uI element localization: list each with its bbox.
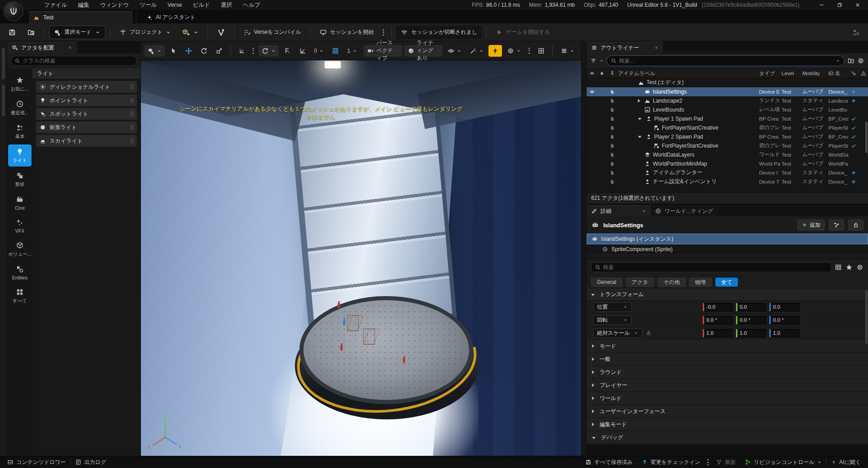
location-dropdown[interactable]: 位置 — [593, 302, 632, 312]
viewport-mode-dropdown[interactable] — [145, 45, 165, 57]
section-edit-mode[interactable]: 編集モード — [587, 418, 868, 431]
column-item-label[interactable]: アイテムラベル — [618, 70, 759, 77]
filter-all[interactable]: 全て — [715, 278, 738, 287]
column-mobility[interactable]: Mobility — [802, 71, 828, 76]
details-search-box[interactable] — [591, 262, 831, 272]
gear-icon[interactable] — [856, 264, 863, 271]
view-mode-dropdown[interactable]: ライティングあり — [404, 45, 443, 57]
section-ui[interactable]: ユーザーインターフェース — [587, 405, 868, 418]
grid-snap-value[interactable]: 1 — [344, 45, 360, 57]
unreal-logo-icon[interactable] — [4, 1, 23, 21]
rail-item-shapes[interactable]: 形状 — [8, 168, 32, 190]
filter-icon[interactable] — [590, 58, 597, 64]
outliner-column-header[interactable]: アイテムラベル タイプ Level Mobility ID 名 — [587, 68, 868, 78]
rail-item-recent[interactable]: 最近使... — [8, 97, 32, 119]
component-row-instance[interactable]: IslandSettings (インスタンス) — [587, 234, 868, 244]
lock-button[interactable] — [848, 220, 863, 230]
add-icon[interactable] — [851, 89, 856, 94]
menu-tools[interactable]: ツール — [134, 0, 162, 10]
table-row[interactable]: Player 2 Spawn Pad BP CreaTestムーバブBP_Cre… — [587, 132, 868, 141]
details-search-input[interactable] — [603, 264, 827, 270]
project-dropdown[interactable]: プロジェクト — [115, 26, 176, 39]
sync-status-icon[interactable] — [850, 70, 857, 76]
list-item-spot-light[interactable]: スポットライト — [36, 108, 137, 120]
minimize-button[interactable] — [814, 0, 829, 9]
viewport-scene[interactable]: シーンにスカイマテリアルがある少なくとも１つのメッシュがありますが、メイン ビュ… — [141, 60, 581, 456]
tab-level-test[interactable]: Test — [29, 11, 133, 23]
realtime-toggle[interactable] — [488, 45, 502, 57]
favorites-star-icon[interactable] — [845, 264, 853, 271]
menu-verse[interactable]: Verse — [162, 0, 187, 10]
grid-snap-toggle[interactable] — [329, 45, 342, 57]
table-row-selected[interactable]: IslandSettings Device ETestムーバブDevice_ — [587, 87, 868, 96]
location-y-field[interactable]: 0.0 — [736, 303, 766, 311]
maximize-viewport-button[interactable] — [534, 45, 548, 57]
outliner-search-input[interactable] — [619, 58, 833, 64]
column-type[interactable]: タイプ — [759, 70, 782, 77]
blueprint-edit-button[interactable] — [829, 220, 844, 230]
transform-section-header[interactable]: トランスフォーム — [587, 289, 868, 301]
list-item-directional-light[interactable]: ディレクショナルライト — [36, 81, 137, 93]
start-game-button[interactable]: ゲームを開始する — [491, 26, 554, 39]
menu-build[interactable]: ビルド — [187, 0, 215, 10]
surface-snap-toggle[interactable] — [280, 45, 294, 57]
add-folder-icon[interactable] — [847, 57, 854, 64]
expander-icon[interactable] — [638, 118, 642, 120]
rotation-z-field[interactable]: 0.0 ° — [769, 316, 800, 324]
eye-column-icon[interactable] — [589, 71, 595, 76]
scale-lock-icon[interactable] — [646, 330, 651, 336]
section-round[interactable]: ラウンド — [587, 366, 868, 379]
add-icon[interactable] — [851, 179, 856, 184]
rail-item-favorites[interactable]: お気に... — [8, 73, 32, 95]
rotation-x-field[interactable]: 0.0 ° — [703, 316, 733, 324]
select-tool[interactable] — [167, 45, 180, 57]
add-component-button[interactable]: 追加 — [797, 220, 825, 230]
filter-actor[interactable]: アクタ — [626, 278, 654, 287]
filter-physics[interactable]: 物理 — [689, 278, 712, 287]
perspective-dropdown[interactable]: パースペクティブ — [364, 45, 402, 57]
table-row[interactable]: FortPlayerStartCreative 砦のプレTestムーバブPlay… — [587, 123, 868, 132]
compile-verse-button[interactable]: Verseをコンパイル — [239, 26, 305, 39]
expander-icon[interactable] — [638, 136, 642, 138]
preview-dropdown[interactable] — [466, 45, 487, 57]
chevron-down-icon[interactable] — [599, 58, 604, 63]
dock-handle[interactable] — [2, 48, 5, 79]
world-local-toggle[interactable] — [235, 45, 248, 57]
table-row[interactable]: アイテムグランター Device ITestスタティDevice_ — [587, 168, 868, 177]
eye-icon[interactable] — [589, 89, 595, 94]
location-x-field[interactable]: -0.0 — [703, 303, 733, 311]
close-icon[interactable] — [654, 45, 659, 50]
start-session-button[interactable]: セッションを開始 — [315, 26, 379, 39]
drag-handle[interactable] — [131, 125, 133, 130]
chevron-down-icon[interactable] — [836, 58, 840, 63]
rail-item-cinematic[interactable]: Cine — [8, 192, 32, 213]
session-options-kebab[interactable] — [380, 29, 387, 36]
location-z-field[interactable]: 0.0 — [769, 303, 800, 311]
gear-icon[interactable] — [857, 57, 864, 64]
viewport-settings-dropdown[interactable] — [504, 45, 524, 57]
list-item-rect-light[interactable]: 矩形ライト — [36, 122, 137, 133]
scale-tool[interactable] — [212, 45, 226, 57]
ask-ai-button[interactable]: AIに聞く — [827, 456, 865, 468]
column-level[interactable]: Level — [782, 71, 802, 76]
rotation-snap-value[interactable]: 0 — [311, 45, 327, 57]
class-search-box[interactable] — [11, 56, 137, 66]
section-mode[interactable]: モード — [587, 340, 868, 353]
tab-outliner[interactable]: アウトライナー — [587, 42, 663, 53]
drag-handle[interactable] — [131, 111, 133, 117]
filter-other[interactable]: その他 — [658, 278, 686, 287]
all-saved-button[interactable]: すべて保存済み — [581, 456, 637, 468]
details-scrollbar[interactable] — [865, 290, 868, 344]
list-item-sky-light[interactable]: スカイライト — [36, 135, 137, 147]
session-status-button[interactable]: セッションが切断されまし — [396, 26, 482, 39]
add-icon[interactable] — [851, 170, 856, 176]
outliner-scrollbar[interactable] — [865, 122, 868, 153]
tab-place-actors[interactable]: アクタを配置 — [7, 42, 77, 53]
add-actor-dropdown[interactable] — [177, 26, 203, 39]
save-button[interactable] — [4, 26, 21, 39]
panel-splitter[interactable] — [581, 41, 587, 456]
snap-options-kebab[interactable] — [250, 48, 257, 54]
rail-item-all[interactable]: すべて — [8, 285, 32, 307]
viewport-menu-button[interactable] — [557, 45, 578, 57]
output-log-button[interactable]: 出力ログ — [71, 456, 111, 468]
